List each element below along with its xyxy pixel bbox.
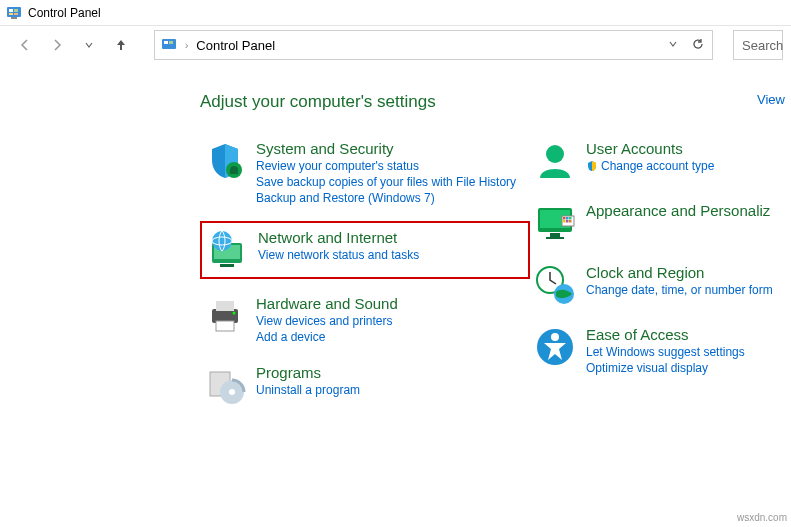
svg-rect-16	[216, 301, 234, 311]
category-programs[interactable]: Programs Uninstall a program	[200, 360, 530, 410]
svg-rect-25	[550, 233, 560, 237]
svg-rect-3	[9, 13, 13, 15]
category-link[interactable]: Uninstall a program	[256, 383, 360, 397]
category-title[interactable]: User Accounts	[586, 140, 714, 157]
address-text: Control Panel	[196, 38, 275, 53]
svg-point-21	[229, 389, 235, 395]
control-panel-icon	[6, 5, 22, 21]
svg-rect-17	[216, 321, 234, 331]
address-icon	[161, 37, 177, 53]
svg-rect-29	[566, 217, 569, 220]
back-button[interactable]	[16, 36, 34, 54]
category-title[interactable]: Ease of Access	[586, 326, 745, 343]
svg-rect-32	[566, 220, 569, 223]
search-input[interactable]: Search	[733, 30, 783, 60]
category-title[interactable]: Network and Internet	[258, 229, 419, 246]
svg-rect-5	[11, 17, 17, 19]
recent-dropdown[interactable]	[80, 36, 98, 54]
chevron-right-icon: ›	[185, 40, 188, 51]
shield-icon	[204, 140, 246, 182]
user-icon	[534, 140, 576, 182]
category-link[interactable]: View devices and printers	[256, 314, 398, 328]
svg-point-37	[551, 333, 559, 341]
title-bar: Control Panel	[0, 0, 791, 26]
svg-rect-33	[569, 220, 572, 223]
monitor-icon	[534, 202, 576, 244]
svg-rect-31	[563, 220, 566, 223]
category-link[interactable]: Save backup copies of your files with Fi…	[256, 175, 516, 189]
up-button[interactable]	[112, 36, 130, 54]
category-link[interactable]: Let Windows suggest settings	[586, 345, 745, 359]
category-user-accounts[interactable]: User Accounts Change account type	[530, 136, 780, 186]
address-bar[interactable]: › Control Panel	[154, 30, 713, 60]
watermark: wsxdn.com	[737, 512, 787, 523]
category-link[interactable]: Change date, time, or number form	[586, 283, 773, 297]
page-heading: Adjust your computer's settings	[200, 92, 791, 112]
content-area: Adjust your computer's settings View Sys…	[0, 64, 791, 422]
category-system-security[interactable]: System and Security Review your computer…	[200, 136, 530, 209]
category-ease-of-access[interactable]: Ease of Access Let Windows suggest setti…	[530, 322, 780, 379]
category-link[interactable]: View network status and tasks	[258, 248, 419, 262]
svg-rect-1	[9, 9, 13, 12]
category-title[interactable]: Clock and Region	[586, 264, 773, 281]
svg-point-18	[233, 312, 236, 315]
disc-icon	[204, 364, 246, 406]
category-link[interactable]: Optimize visual display	[586, 361, 745, 375]
svg-rect-4	[14, 13, 18, 15]
svg-rect-2	[14, 9, 18, 12]
category-link[interactable]: Change account type	[586, 159, 714, 173]
svg-rect-7	[164, 41, 168, 44]
nav-bar: › Control Panel Search	[0, 26, 791, 64]
category-clock-region[interactable]: Clock and Region Change date, time, or n…	[530, 260, 780, 310]
address-dropdown-icon[interactable]	[668, 39, 678, 51]
globe-monitor-icon	[206, 229, 248, 271]
category-link[interactable]: Review your computer's status	[256, 159, 516, 173]
printer-icon	[204, 295, 246, 337]
category-title[interactable]: Programs	[256, 364, 360, 381]
svg-rect-26	[546, 237, 564, 239]
svg-point-13	[212, 231, 232, 251]
category-hardware-sound[interactable]: Hardware and Sound View devices and prin…	[200, 291, 530, 348]
svg-rect-8	[169, 41, 173, 44]
view-by-link[interactable]: View	[757, 92, 785, 107]
category-title[interactable]: Hardware and Sound	[256, 295, 398, 312]
category-title[interactable]: Appearance and Personaliz	[586, 202, 770, 219]
category-appearance[interactable]: Appearance and Personaliz	[530, 198, 780, 248]
svg-rect-28	[563, 217, 566, 220]
category-title[interactable]: System and Security	[256, 140, 516, 157]
svg-point-22	[546, 145, 564, 163]
accessibility-icon	[534, 326, 576, 368]
svg-rect-30	[569, 217, 572, 220]
window-title: Control Panel	[28, 6, 101, 20]
svg-rect-12	[220, 264, 234, 267]
category-link[interactable]: Backup and Restore (Windows 7)	[256, 191, 516, 205]
clock-globe-icon	[534, 264, 576, 306]
category-network-internet[interactable]: Network and Internet View network status…	[200, 221, 530, 279]
forward-button[interactable]	[48, 36, 66, 54]
category-link[interactable]: Add a device	[256, 330, 398, 344]
refresh-button[interactable]	[690, 36, 706, 55]
